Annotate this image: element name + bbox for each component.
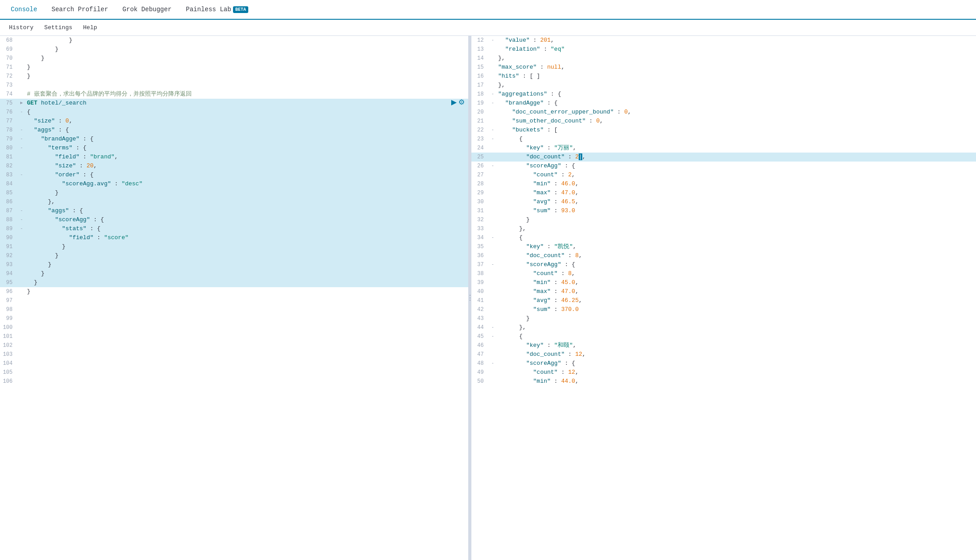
nav-grok-debugger[interactable]: Grok Debugger: [115, 0, 179, 20]
line-gutter: -: [18, 215, 25, 224]
line-number: 33: [471, 224, 489, 233]
nav-console[interactable]: Console: [4, 0, 44, 20]
output-line: 19- "brandAgge" : {: [471, 99, 976, 108]
nav-history[interactable]: History: [4, 20, 39, 36]
line-content: "min" : 44.0,: [497, 377, 976, 386]
line-gutter: -: [18, 126, 25, 135]
line-content: "buckets" : [: [497, 126, 976, 135]
line-number: 30: [471, 197, 489, 206]
line-content: }: [25, 188, 468, 197]
line-content: "count" : 8,: [497, 269, 976, 278]
line-number: 50: [471, 377, 489, 386]
editor-line: 84 "scoreAgg.avg" : "desc": [0, 179, 468, 188]
line-gutter: -: [489, 233, 497, 242]
line-number: 23: [471, 135, 489, 144]
output-line: 12- "value" : 201,: [471, 36, 976, 45]
line-number: 45: [471, 332, 489, 341]
line-gutter: -: [489, 359, 497, 368]
nav-settings[interactable]: Settings: [39, 20, 78, 36]
line-content: }: [25, 45, 468, 54]
line-number: 94: [0, 269, 18, 278]
line-content: {: [497, 135, 976, 144]
line-gutter: -: [489, 332, 497, 341]
line-content: "scoreAgg" : {: [497, 359, 976, 368]
output-line: 23- {: [471, 135, 976, 144]
line-content: "brandAgge" : {: [497, 99, 976, 108]
line-number: 15: [471, 63, 489, 72]
line-content: "field" : "brand",: [25, 153, 468, 162]
line-actions: ▶⚙: [451, 99, 468, 106]
output-panel: 12- "value" : 201,13 "relation" : "eq"14…: [471, 36, 976, 560]
editor-line: 105: [0, 368, 468, 377]
line-number: 68: [0, 36, 18, 45]
editor-line: 83- "order" : {: [0, 171, 468, 179]
line-number: 41: [471, 296, 489, 305]
line-content: "scoreAgg" : {: [497, 260, 976, 269]
line-number: 87: [0, 206, 18, 215]
output-line: 42 "sum" : 370.0: [471, 305, 976, 314]
line-number: 17: [471, 81, 489, 90]
line-content: "avg" : 46.5,: [497, 197, 976, 206]
line-number: 105: [0, 368, 18, 377]
nav-search-profiler[interactable]: Search Profiler: [44, 0, 115, 20]
line-content: "doc_count" : 8,: [497, 251, 976, 260]
line-content: }: [25, 260, 468, 269]
output-line: 15"max_score" : null,: [471, 63, 976, 72]
line-gutter[interactable]: ▶: [18, 99, 25, 108]
beta-badge: BETA: [233, 6, 248, 13]
editor-code-area[interactable]: 68 }69 }70 }71}72}7374# 嵌套聚合，求出每个品牌的平均得分…: [0, 36, 468, 560]
line-content: }: [25, 251, 468, 260]
line-content: "key" : "万丽",: [497, 144, 976, 153]
editor-line: 88- "scoreAgg" : {: [0, 215, 468, 224]
line-content: "size" : 20,: [25, 162, 468, 171]
line-content: },: [497, 81, 976, 90]
editor-line: 101: [0, 332, 468, 341]
editor-line: 91 }: [0, 242, 468, 251]
main-content: 68 }69 }70 }71}72}7374# 嵌套聚合，求出每个品牌的平均得分…: [0, 36, 976, 560]
line-number: 71: [0, 63, 18, 72]
line-number: 42: [471, 305, 489, 314]
line-number: 49: [471, 368, 489, 377]
line-number: 89: [0, 224, 18, 233]
cursor-indicator: |: [579, 153, 582, 160]
run-button[interactable]: ▶: [451, 99, 457, 106]
line-number: 102: [0, 341, 18, 350]
line-gutter: -: [489, 260, 497, 269]
line-number: 43: [471, 314, 489, 323]
line-content: "max" : 47.0,: [497, 287, 976, 296]
output-line: 16"hits" : [ ]: [471, 72, 976, 81]
nav-painless-lab[interactable]: Painless Lab BETA: [179, 0, 255, 20]
output-line: 50 "min" : 44.0,: [471, 377, 976, 386]
editor-line: 86 },: [0, 197, 468, 206]
settings-button[interactable]: ⚙: [458, 99, 465, 106]
output-line: 33 },: [471, 224, 976, 233]
output-line: 30 "avg" : 46.5,: [471, 197, 976, 206]
line-content: "stats" : {: [25, 224, 468, 233]
editor-line: 76-{: [0, 108, 468, 117]
line-number: 83: [0, 171, 18, 179]
line-gutter: -: [18, 171, 25, 179]
line-content: }: [497, 314, 976, 323]
editor-line: 68 }: [0, 36, 468, 45]
line-number: 104: [0, 359, 18, 368]
line-number: 36: [471, 251, 489, 260]
editor-line: 80- "terms" : {: [0, 144, 468, 153]
line-gutter: -: [18, 206, 25, 215]
line-content: },: [497, 224, 976, 233]
line-content: "scoreAgg" : {: [25, 215, 468, 224]
line-content: {: [497, 233, 976, 242]
line-number: 99: [0, 314, 18, 323]
output-code-area[interactable]: 12- "value" : 201,13 "relation" : "eq"14…: [471, 36, 976, 560]
line-content: }: [25, 242, 468, 251]
nav-help[interactable]: Help: [78, 20, 102, 36]
output-line: 27 "count" : 2,: [471, 171, 976, 179]
line-number: 22: [471, 126, 489, 135]
line-number: 13: [471, 45, 489, 54]
editor-line: 94 }: [0, 269, 468, 278]
output-line: 43 }: [471, 314, 976, 323]
output-line: 45- {: [471, 332, 976, 341]
line-number: 88: [0, 215, 18, 224]
editor-line: 78- "aggs" : {: [0, 126, 468, 135]
line-number: 19: [471, 99, 489, 108]
line-content: # 嵌套聚合，求出每个品牌的平均得分，并按照平均分降序返回: [25, 90, 468, 99]
